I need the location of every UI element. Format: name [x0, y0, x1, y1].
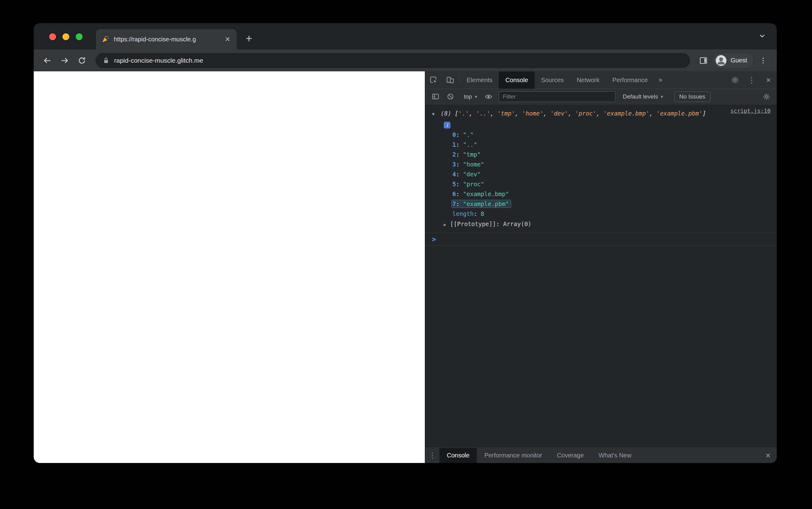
bracket-open: [	[455, 110, 458, 117]
inspect-element-icon[interactable]	[425, 71, 442, 89]
page-viewport	[34, 71, 425, 463]
browser-menu-icon[interactable]	[756, 53, 771, 68]
tab-elements[interactable]: Elements	[460, 71, 499, 89]
address-bar[interactable]: rapid-concise-muscle.glitch.me	[96, 53, 690, 68]
close-window-button[interactable]	[49, 33, 56, 40]
length-value: 8	[481, 210, 484, 217]
tab-title: https://rapid-concise-muscle.g	[114, 36, 220, 43]
more-tabs-icon[interactable]: »	[654, 71, 667, 89]
console-toolbar: top ▾ Default levels ▾ No Issues	[425, 89, 777, 104]
minimize-window-button[interactable]	[62, 33, 69, 40]
array-preview-line: ▼(8) ['.', '..', 'tmp', 'home', 'dev', '…	[432, 108, 771, 119]
drawer-tab-coverage[interactable]: Coverage	[550, 448, 591, 463]
array-count: (8)	[441, 110, 451, 117]
browser-window: https://rapid-concise-muscle.g × +	[34, 23, 777, 463]
back-button[interactable]	[40, 53, 55, 68]
settings-gear-icon[interactable]	[727, 71, 743, 89]
bracket-close: ]	[702, 110, 706, 117]
separator: :	[496, 220, 503, 227]
array-entry-row: 4: "dev"	[432, 169, 771, 179]
drawer-close-icon[interactable]: ×	[759, 448, 777, 463]
collapse-triangle-icon[interactable]: ▼	[432, 109, 441, 119]
chevron-down-icon: ▾	[661, 94, 663, 99]
log-levels-dropdown[interactable]: Default levels ▾	[618, 93, 667, 100]
lock-icon[interactable]	[102, 57, 110, 64]
expand-triangle-icon[interactable]: ▶	[444, 222, 446, 227]
console-prompt[interactable]: >	[425, 233, 777, 246]
length-row: length: 8	[432, 209, 771, 219]
array-entry-row: 5: "proc"	[432, 179, 771, 189]
array-entry-row: 2: "tmp"	[432, 149, 771, 159]
window-content: Elements Console Sources Network Perform…	[34, 71, 777, 463]
source-link[interactable]: script.js:10	[730, 107, 771, 114]
no-issues-button[interactable]: No Issues	[674, 92, 711, 102]
tab-search-chevron-icon[interactable]	[757, 31, 767, 40]
console-settings-gear-icon[interactable]	[759, 90, 774, 104]
side-panel-button[interactable]	[696, 53, 711, 68]
drawer-menu-icon[interactable]: ⋮	[425, 448, 439, 463]
frame-context-label: top	[464, 93, 472, 100]
devtools-menu-icon[interactable]: ⋮	[743, 71, 760, 89]
devtools-drawer: ⋮ Console Performance monitor Coverage W…	[425, 447, 777, 463]
profile-chip[interactable]: Guest	[713, 53, 753, 68]
array-entries: 0: "."1: ".."2: "tmp"3: "home"4: "dev"5:…	[432, 130, 771, 209]
console-filter-input[interactable]	[499, 92, 615, 102]
array-entry-row: 1: ".."	[432, 140, 771, 149]
live-expression-eye-icon[interactable]	[481, 90, 496, 104]
forward-button[interactable]	[57, 53, 72, 68]
devtools-tabbar: Elements Console Sources Network Perform…	[425, 71, 777, 89]
info-icon: i	[444, 122, 450, 129]
frame-context-selector[interactable]: top ▾	[460, 93, 481, 100]
devtools-panel: Elements Console Sources Network Perform…	[425, 71, 777, 463]
browser-tab[interactable]: https://rapid-concise-muscle.g ×	[96, 29, 237, 49]
tab-network[interactable]: Network	[570, 71, 606, 89]
tab-console[interactable]: Console	[499, 71, 534, 89]
devtools-close-icon[interactable]: ×	[760, 71, 777, 89]
prototype-label: [[Prototype]]	[450, 220, 496, 227]
tab-performance[interactable]: Performance	[606, 71, 655, 89]
clear-console-icon[interactable]	[443, 90, 457, 104]
console-output[interactable]: script.js:10 ▼(8) ['.', '..', 'tmp', 'ho…	[425, 104, 777, 447]
log-levels-label: Default levels	[623, 93, 658, 100]
new-tab-button[interactable]: +	[243, 32, 255, 45]
drawer-tab-whats-new[interactable]: What's New	[591, 448, 639, 463]
console-sidebar-icon[interactable]	[428, 90, 442, 104]
profile-label: Guest	[731, 57, 747, 64]
drawer-tab-console[interactable]: Console	[439, 448, 477, 463]
tab-close-icon[interactable]: ×	[224, 35, 231, 43]
array-entry-row: 6: "example.bmp"	[432, 189, 771, 199]
array-preview-items: '.', '..', 'tmp', 'home', 'dev', 'proc',…	[458, 110, 702, 117]
reload-button[interactable]	[74, 53, 89, 68]
tab-sources[interactable]: Sources	[535, 71, 570, 89]
length-label: length	[452, 210, 474, 217]
zoom-window-button[interactable]	[76, 33, 83, 40]
tab-strip: https://rapid-concise-muscle.g × +	[34, 23, 777, 49]
array-entry-row: 3: "home"	[432, 159, 771, 169]
url-text: rapid-concise-muscle.glitch.me	[114, 57, 203, 64]
traffic-lights	[49, 33, 83, 40]
device-toolbar-icon[interactable]	[442, 71, 459, 89]
prototype-row: ▶[[Prototype]]: Array(0)	[432, 219, 771, 230]
drawer-tab-performance-monitor[interactable]: Performance monitor	[477, 448, 550, 463]
browser-toolbar: rapid-concise-muscle.glitch.me Guest	[34, 49, 777, 71]
avatar-icon	[715, 55, 727, 66]
chevron-down-icon: ▾	[475, 94, 477, 99]
array-entry-row: 0: "."	[432, 130, 771, 140]
prompt-chevron-icon: >	[432, 236, 436, 243]
console-message: script.js:10 ▼(8) ['.', '..', 'tmp', 'ho…	[425, 104, 777, 233]
evaluated-info-row: i	[444, 121, 771, 129]
separator: :	[474, 210, 481, 217]
array-entry-row: 7: "example.pbm"	[432, 199, 771, 209]
prototype-value: Array(0)	[503, 220, 532, 227]
divider	[459, 75, 460, 85]
party-popper-favicon	[101, 35, 110, 43]
